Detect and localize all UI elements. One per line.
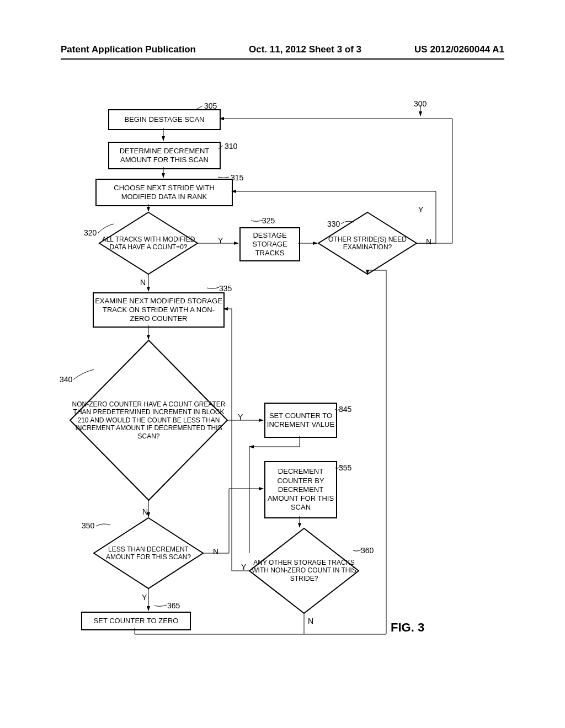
header-rule xyxy=(61,58,504,60)
header-left: Patent Application Publication xyxy=(61,44,196,55)
header-right: US 2012/0260044 A1 xyxy=(414,44,504,55)
header-center: Oct. 11, 2012 Sheet 3 of 3 xyxy=(249,44,361,55)
connectors xyxy=(0,83,565,689)
